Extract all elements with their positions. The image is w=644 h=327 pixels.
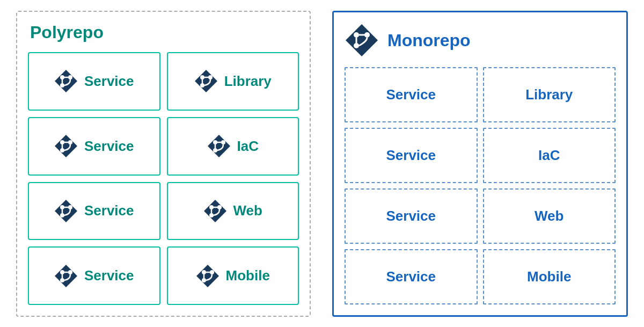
svg-point-36: [202, 270, 206, 274]
monorepo-cell: Service: [345, 249, 478, 304]
svg-marker-30: [55, 265, 77, 287]
monorepo-cell-label: Service: [386, 86, 436, 103]
main-container: Polyrepo Service Library: [0, 0, 644, 327]
monorepo-title: Monorepo: [387, 31, 471, 50]
monorepo-cell: Library: [483, 67, 616, 122]
monorepo-cell: Web: [483, 188, 616, 244]
polyrepo-cell: Mobile: [167, 246, 299, 305]
svg-point-23: [60, 213, 64, 217]
polyrepo-cell: Library: [167, 52, 299, 111]
svg-point-32: [68, 270, 72, 274]
monorepo-cell-label: Web: [535, 208, 564, 224]
svg-marker-0: [55, 70, 77, 92]
svg-marker-5: [195, 70, 217, 92]
git-icon: [207, 134, 231, 158]
svg-point-33: [60, 278, 64, 282]
svg-point-1: [60, 75, 64, 79]
monorepo-panel: Monorepo Service Library Service IaC Ser…: [332, 11, 628, 317]
svg-point-28: [209, 213, 214, 217]
svg-marker-20: [55, 200, 77, 222]
polyrepo-grid: Service Library Service: [28, 52, 299, 305]
monorepo-cell-label: Service: [386, 208, 436, 224]
monorepo-cell-label: Service: [386, 268, 436, 285]
svg-point-21: [60, 205, 64, 209]
svg-point-17: [221, 140, 225, 144]
svg-marker-40: [346, 24, 378, 56]
svg-point-12: [68, 140, 72, 144]
svg-point-2: [68, 75, 72, 79]
git-icon: [54, 199, 78, 223]
polyrepo-cell-label: Service: [84, 202, 134, 219]
polyrepo-cell-label: IaC: [237, 138, 259, 155]
svg-point-16: [213, 140, 217, 144]
svg-point-18: [213, 148, 217, 152]
monorepo-cell-label: Library: [525, 86, 573, 103]
monorepo-cell: Service: [345, 128, 478, 183]
git-icon: [54, 69, 78, 93]
polyrepo-cell-label: Service: [84, 267, 134, 284]
monorepo-cell: Service: [345, 188, 478, 244]
svg-point-7: [208, 75, 213, 79]
svg-point-31: [60, 270, 64, 274]
polyrepo-cell-label: Web: [233, 202, 262, 219]
svg-marker-25: [204, 200, 226, 222]
svg-point-42: [364, 32, 370, 38]
polyrepo-cell: Service: [28, 117, 160, 176]
monorepo-cell-label: Service: [386, 147, 436, 164]
svg-point-11: [60, 140, 64, 144]
polyrepo-cell: IaC: [167, 117, 299, 176]
polyrepo-panel: Polyrepo Service Library: [16, 11, 311, 317]
monorepo-cell-label: Mobile: [527, 268, 571, 285]
monorepo-cell: Mobile: [483, 249, 616, 304]
svg-marker-35: [196, 265, 219, 287]
polyrepo-cell-label: Service: [84, 73, 134, 90]
polyrepo-cell-label: Library: [224, 73, 272, 90]
git-icon: [54, 264, 78, 288]
monorepo-grid: Service Library Service IaC Service Web …: [345, 67, 616, 304]
svg-point-41: [354, 32, 359, 38]
svg-point-13: [60, 148, 64, 152]
polyrepo-cell: Service: [28, 182, 160, 241]
polyrepo-cell-label: Mobile: [226, 267, 270, 284]
svg-point-8: [200, 83, 204, 88]
git-icon: [203, 199, 227, 223]
svg-point-3: [60, 83, 64, 88]
polyrepo-title: Polyrepo: [28, 23, 299, 42]
monorepo-header: Monorepo: [345, 23, 616, 57]
monorepo-cell: Service: [345, 67, 478, 122]
git-icon: [194, 69, 218, 93]
svg-point-6: [200, 75, 204, 79]
svg-point-27: [217, 205, 222, 209]
git-icon: [54, 134, 78, 158]
svg-marker-10: [55, 135, 77, 157]
svg-point-37: [210, 270, 214, 274]
monorepo-cell-label: IaC: [538, 147, 560, 164]
svg-point-38: [202, 278, 206, 282]
polyrepo-cell: Service: [28, 52, 160, 111]
svg-point-22: [68, 205, 72, 209]
polyrepo-cell: Service: [28, 246, 160, 305]
git-icon: [196, 264, 219, 288]
git-icon-large: [345, 23, 379, 57]
svg-point-26: [209, 205, 214, 209]
svg-point-43: [354, 43, 359, 48]
monorepo-cell: IaC: [483, 128, 616, 183]
svg-marker-15: [208, 135, 230, 157]
polyrepo-cell-label: Service: [84, 138, 134, 155]
polyrepo-cell: Web: [167, 182, 299, 241]
